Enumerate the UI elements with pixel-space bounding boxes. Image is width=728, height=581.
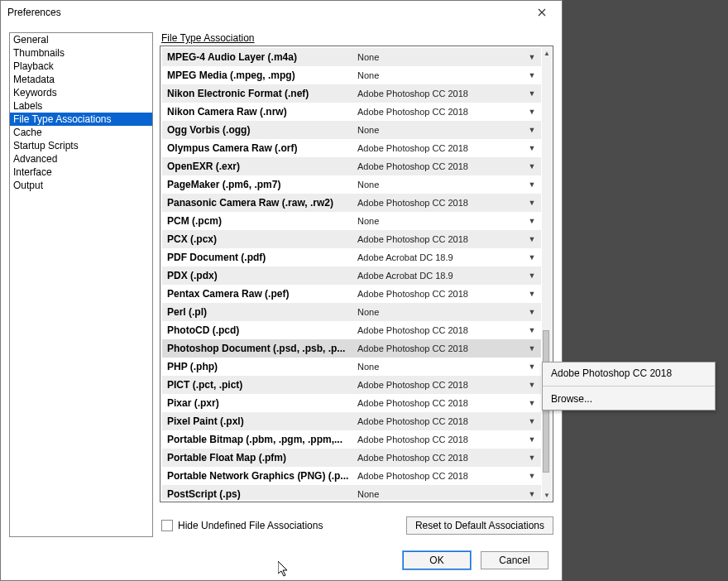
chevron-down-icon[interactable]: ▼ [523,290,541,298]
file-type-app: None [357,362,523,372]
file-type-row[interactable]: MPEG-4 Audio Layer (.m4a)None▼ [162,48,541,66]
ok-button[interactable]: OK [403,551,471,569]
chevron-down-icon[interactable]: ▼ [523,89,541,98]
chevron-down-icon[interactable]: ▼ [523,217,541,225]
preferences-dialog: Preferences GeneralThumbnailsPlaybackMet… [0,0,563,581]
chevron-down-icon[interactable]: ▼ [523,108,541,116]
sidebar-item-cache[interactable]: Cache [10,126,152,139]
scroll-down-arrow-icon[interactable]: ▼ [542,489,552,501]
chevron-down-icon[interactable]: ▼ [523,126,541,134]
file-type-row[interactable]: PDX (.pdx)Adobe Acrobat DC 18.9▼ [162,266,541,285]
main-panel: File Type Association MPEG-4 Audio Layer… [160,32,553,537]
file-type-row[interactable]: Pixar (.pxr)Adobe Photoshop CC 2018▼ [162,394,541,412]
file-type-row[interactable]: PHP (.php)None▼ [162,358,541,376]
sidebar-item-output[interactable]: Output [10,179,152,192]
close-icon [538,8,546,17]
file-type-name: Portable Float Map (.pfm) [162,452,357,463]
file-type-row[interactable]: Ogg Vorbis (.ogg)None▼ [162,121,541,139]
file-type-row[interactable]: Olympus Camera Raw (.orf)Adobe Photoshop… [162,139,541,157]
file-type-row[interactable]: PCX (.pcx)Adobe Photoshop CC 2018▼ [162,230,541,248]
file-type-row[interactable]: PostScript (.ps)None▼ [162,485,541,500]
file-type-row[interactable]: Pixel Paint (.pxl)Adobe Photoshop CC 201… [162,412,541,430]
chevron-down-icon[interactable]: ▼ [523,199,541,207]
file-type-name: MPEG-4 Audio Layer (.m4a) [162,51,357,63]
dropdown-menu-item[interactable]: Adobe Photoshop CC 2018 [543,363,715,384]
file-type-row[interactable]: PhotoCD (.pcd)Adobe Photoshop CC 2018▼ [162,321,541,339]
sidebar-item-file-type-associations[interactable]: File Type Associations [10,113,152,126]
file-type-name: Portable Bitmap (.pbm, .pgm, .ppm,... [162,434,357,445]
chevron-down-icon[interactable]: ▼ [523,71,541,79]
file-type-app: Adobe Photoshop CC 2018 [357,380,523,390]
chevron-down-icon[interactable]: ▼ [523,253,541,262]
file-type-row[interactable]: OpenEXR (.exr)Adobe Photoshop CC 2018▼ [162,157,541,175]
sidebar-item-keywords[interactable]: Keywords [10,86,152,99]
file-type-list: MPEG-4 Audio Layer (.m4a)None▼MPEG Media… [160,46,553,502]
file-type-row[interactable]: PageMaker (.pm6, .pm7)None▼ [162,175,541,194]
file-type-app: Adobe Photoshop CC 2018 [357,89,523,98]
sidebar-item-labels[interactable]: Labels [10,99,152,113]
chevron-down-icon[interactable]: ▼ [523,363,541,371]
chevron-down-icon[interactable]: ▼ [523,308,541,316]
chevron-down-icon[interactable]: ▼ [523,472,541,480]
sidebar-item-playback[interactable]: Playback [10,60,152,73]
preferences-sidebar[interactable]: GeneralThumbnailsPlaybackMetadataKeyword… [9,32,153,537]
file-type-row[interactable]: MPEG Media (.mpeg, .mpg)None▼ [162,66,541,84]
list-scrollbar[interactable]: ▲ ▼ [542,47,552,501]
chevron-down-icon[interactable]: ▼ [523,235,541,243]
chevron-down-icon[interactable]: ▼ [523,53,541,61]
chevron-down-icon[interactable]: ▼ [523,271,541,280]
scroll-up-arrow-icon[interactable]: ▲ [542,47,552,59]
chevron-down-icon[interactable]: ▼ [523,454,541,462]
file-type-row[interactable]: Nikon Electronic Format (.nef)Adobe Phot… [162,84,541,103]
file-type-name: Nikon Electronic Format (.nef) [162,88,357,99]
chevron-down-icon[interactable]: ▼ [523,162,541,170]
chevron-down-icon[interactable]: ▼ [523,326,541,334]
chevron-down-icon[interactable]: ▼ [523,435,541,444]
chevron-down-icon[interactable]: ▼ [523,399,541,407]
chevron-down-icon[interactable]: ▼ [523,490,541,498]
file-type-app: Adobe Acrobat DC 18.9 [357,252,523,262]
file-type-app: None [357,52,523,62]
file-type-app: None [357,307,523,317]
chevron-down-icon[interactable]: ▼ [523,381,541,389]
file-type-name: Ogg Vorbis (.ogg) [162,124,357,136]
file-type-row[interactable]: PDF Document (.pdf)Adobe Acrobat DC 18.9… [162,248,541,266]
file-type-name: PICT (.pct, .pict) [162,379,357,391]
sidebar-item-startup-scripts[interactable]: Startup Scripts [10,139,152,152]
file-type-row[interactable]: PCM (.pcm)None▼ [162,212,541,230]
reset-defaults-button[interactable]: Reset to Default Associations [406,516,553,535]
sidebar-item-metadata[interactable]: Metadata [10,73,152,86]
sidebar-item-interface[interactable]: Interface [10,166,152,179]
file-type-row[interactable]: Portable Float Map (.pfm)Adobe Photoshop… [162,449,541,467]
chevron-down-icon[interactable]: ▼ [523,144,541,152]
content-area: GeneralThumbnailsPlaybackMetadataKeyword… [1,24,562,540]
sidebar-item-thumbnails[interactable]: Thumbnails [10,46,152,60]
file-type-app: Adobe Photoshop CC 2018 [357,471,523,481]
file-type-row[interactable]: Portable Network Graphics (PNG) (.p...Ad… [162,467,541,485]
close-button[interactable] [525,2,558,22]
sidebar-item-general[interactable]: General [10,33,152,46]
file-type-name: MPEG Media (.mpeg, .mpg) [162,70,357,81]
file-type-row[interactable]: Perl (.pl)None▼ [162,303,541,321]
dropdown-menu-item[interactable]: Browse... [543,388,715,410]
file-type-row[interactable]: Nikon Camera Raw (.nrw)Adobe Photoshop C… [162,103,541,121]
file-type-app: Adobe Photoshop CC 2018 [357,107,523,117]
cancel-button[interactable]: Cancel [481,551,548,569]
file-type-name: Perl (.pl) [162,306,357,318]
file-type-name: PhotoCD (.pcd) [162,324,357,336]
file-type-app: Adobe Photoshop CC 2018 [357,289,523,299]
hide-undefined-checkbox[interactable] [161,520,173,531]
file-type-app: Adobe Photoshop CC 2018 [357,198,523,208]
chevron-down-icon[interactable]: ▼ [523,344,541,353]
chevron-down-icon[interactable]: ▼ [523,180,541,189]
file-type-row[interactable]: Photoshop Document (.psd, .psb, .p...Ado… [162,339,541,358]
file-type-row[interactable]: Panasonic Camera Raw (.raw, .rw2)Adobe P… [162,194,541,212]
file-type-app: None [357,489,523,499]
chevron-down-icon[interactable]: ▼ [523,417,541,425]
file-type-row[interactable]: Pentax Camera Raw (.pef)Adobe Photoshop … [162,285,541,303]
scroll-track[interactable] [542,59,552,489]
file-type-row[interactable]: PICT (.pct, .pict)Adobe Photoshop CC 201… [162,376,541,394]
sidebar-item-advanced[interactable]: Advanced [10,152,152,166]
file-type-row[interactable]: Portable Bitmap (.pbm, .pgm, .ppm,...Ado… [162,430,541,449]
file-type-app: None [357,180,523,190]
